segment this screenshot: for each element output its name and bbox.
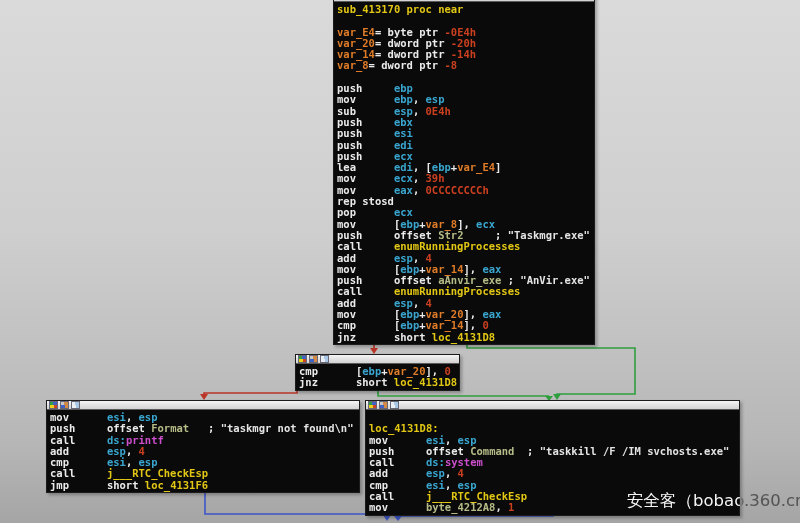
asm-token: rep stosd [337, 195, 394, 207]
asm-token: j___RTC_CheckEsp [426, 490, 527, 502]
asm-token: 4 [458, 467, 464, 479]
asm-token: = dword ptr [375, 48, 451, 60]
asm-token: ecx [394, 172, 413, 184]
node-group-icon[interactable] [379, 401, 388, 409]
asm-token: , [445, 434, 458, 446]
asm-token: Format [151, 422, 189, 434]
asm-token: push [337, 150, 394, 162]
asm-token: printf [126, 434, 164, 446]
asm-token [189, 422, 208, 434]
asm-token: pop [337, 206, 394, 218]
asm-token: enumRunningProcesses [394, 285, 520, 297]
node-color-icon[interactable] [320, 355, 329, 363]
basic-block-sub-413170[interactable]: sub_413170 proc near var_E4= byte ptr -0… [333, 0, 595, 345]
asm-token: var_14 [337, 48, 375, 60]
disassembly-code[interactable]: cmp [ebp+var_20], 0jnz short loc_4131D8 [296, 364, 459, 390]
arrowhead [394, 516, 402, 521]
asm-line[interactable]: sub_413170 proc near [337, 4, 591, 15]
asm-token: ; "AnVir.exe" [508, 274, 590, 286]
asm-token: esp [426, 467, 445, 479]
asm-token: 39h [426, 172, 445, 184]
asm-token: 4 [426, 252, 432, 264]
node-palette-icon[interactable] [368, 401, 377, 409]
arrowhead [383, 515, 391, 521]
asm-token: = dword ptr [369, 59, 445, 71]
asm-token: jnz [299, 376, 356, 388]
node-color-icon[interactable] [71, 401, 80, 409]
asm-token: call [337, 240, 394, 252]
asm-line[interactable]: jmp short loc_4131F6 [50, 480, 356, 491]
asm-token: ], [457, 218, 476, 230]
node-title-bar[interactable] [296, 355, 459, 364]
asm-token: var_14 [426, 319, 464, 331]
asm-token: , [126, 445, 139, 457]
asm-line[interactable]: jnz short loc_4131D8 [299, 377, 456, 388]
asm-line[interactable]: jnz short loc_4131D8 [337, 332, 591, 343]
node-group-icon[interactable] [60, 401, 69, 409]
asm-token: call [337, 285, 394, 297]
asm-token: offset [426, 445, 470, 457]
asm-token: offset [107, 422, 151, 434]
asm-token: ecx [476, 218, 495, 230]
asm-token: cmp [369, 479, 426, 491]
asm-token: call [50, 467, 107, 479]
asm-token: cmp [299, 365, 356, 377]
asm-token: 4 [426, 297, 432, 309]
asm-token: ebp [394, 93, 413, 105]
asm-token: var_20 [388, 365, 426, 377]
asm-token: mov [369, 434, 426, 446]
asm-token: ; "Taskmgr.exe" [495, 229, 590, 241]
asm-token: short [107, 479, 145, 491]
ida-graph-view[interactable]: sub_413170 proc near var_E4= byte ptr -0… [0, 0, 800, 523]
asm-token: esi [394, 127, 413, 139]
asm-token: jmp [50, 479, 107, 491]
asm-token: sub [337, 105, 394, 117]
asm-token: loc_4131F6 [145, 479, 208, 491]
asm-token: esp [458, 434, 477, 446]
asm-token: push [337, 139, 394, 151]
asm-token: byte_4212A8 [426, 501, 496, 513]
asm-token: short [356, 376, 394, 388]
asm-token: cmp [337, 319, 394, 331]
asm-token: ebp [432, 161, 451, 173]
asm-token: ds: [107, 434, 126, 446]
basic-block-cmp-var20[interactable]: cmp [ebp+var_20], 0jnz short loc_4131D8 [295, 354, 460, 391]
asm-token: system [445, 456, 483, 468]
asm-token: esp [394, 105, 413, 117]
basic-block-taskmgr-not-found[interactable]: mov esi, esppush offset Format ; "taskmg… [46, 400, 360, 493]
asm-token: push [337, 229, 394, 241]
asm-token: var_20 [337, 37, 375, 49]
asm-token [463, 229, 495, 241]
asm-token: = byte ptr [375, 26, 445, 38]
asm-token: loc_4131D8 [394, 376, 457, 388]
asm-token: , [413, 105, 426, 117]
asm-token: offset [394, 229, 438, 241]
node-title-bar[interactable] [366, 401, 739, 410]
asm-token: 4 [139, 445, 145, 457]
asm-token: push [337, 82, 394, 94]
asm-token: add [50, 445, 107, 457]
asm-token: mov [337, 263, 394, 275]
asm-token: cmp [50, 456, 107, 468]
asm-token: var_E4 [457, 161, 495, 173]
node-color-icon[interactable] [390, 401, 399, 409]
asm-token: push [369, 445, 426, 457]
watermark: 安全客（bobao.360.cn） [627, 490, 800, 512]
asm-token: ecx [394, 150, 413, 162]
asm-token: ], [463, 319, 482, 331]
node-group-icon[interactable] [309, 355, 318, 363]
node-palette-icon[interactable] [49, 401, 58, 409]
asm-token: mov [369, 501, 426, 513]
asm-token: Str2 [438, 229, 463, 241]
asm-token: sub_413170 proc near [337, 3, 463, 15]
node-title-bar[interactable] [47, 401, 359, 410]
asm-token: ], [463, 308, 482, 320]
asm-token: , [126, 456, 139, 468]
asm-token: short [394, 331, 432, 343]
edge-true-top-to-right [467, 342, 635, 395]
disassembly-code[interactable]: mov esi, esppush offset Format ; "taskmg… [47, 410, 359, 492]
asm-token: eax [394, 184, 413, 196]
node-palette-icon[interactable] [298, 355, 307, 363]
disassembly-code[interactable]: sub_413170 proc near var_E4= byte ptr -0… [334, 2, 594, 344]
asm-line[interactable]: var_8= dword ptr -8 [337, 60, 591, 71]
